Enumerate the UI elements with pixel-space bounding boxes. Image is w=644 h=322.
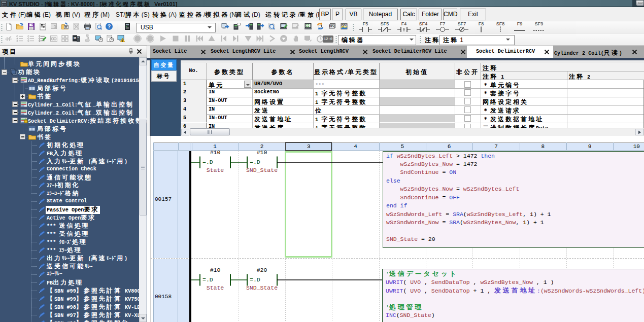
svg-text:M: M xyxy=(74,37,76,40)
svg-text:DEV: DEV xyxy=(342,24,347,27)
svg-text:?: ? xyxy=(108,23,111,29)
svg-text:DEV: DEV xyxy=(329,25,335,28)
